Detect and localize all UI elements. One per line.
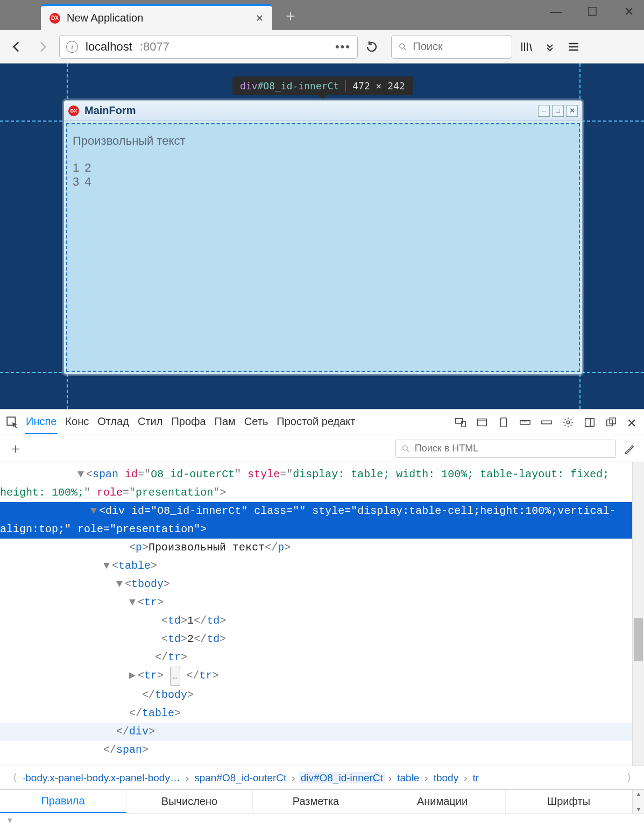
breadcrumb-item[interactable]: div#O8_id-innerCt xyxy=(299,772,385,783)
dom-node[interactable]: ▼<div id="O8_id-innerCt" class="" style=… xyxy=(0,502,632,539)
reload-button[interactable] xyxy=(365,40,384,53)
subpanel-tab[interactable]: Правила xyxy=(0,790,126,813)
breadcrumb-prev-icon[interactable]: 〈 xyxy=(4,772,20,784)
breadcrumb-item[interactable]: span#O8_id-outerCt xyxy=(192,772,288,783)
devtools-close-icon[interactable]: ✕ xyxy=(627,416,639,428)
window-maximize-icon[interactable]: ☐ xyxy=(586,5,599,18)
url-bar[interactable]: i localhost:8077 ••• xyxy=(59,35,358,59)
browser-tab[interactable]: DX New Application ✕ xyxy=(41,4,272,30)
breadcrumb-sep: › xyxy=(288,772,298,783)
table-cell: 4 xyxy=(84,175,91,189)
dom-node[interactable]: ▼<tbody> xyxy=(0,575,632,593)
breadcrumb-item[interactable]: ·body.x-panel-body.x-panel-body… xyxy=(20,772,182,783)
svg-rect-7 xyxy=(542,421,551,424)
menu-icon[interactable] xyxy=(567,40,583,53)
dom-tree[interactable]: ▼<span id="O8_id-outerCt" style="display… xyxy=(0,462,632,766)
dom-node[interactable]: </tbody> xyxy=(0,686,632,704)
breadcrumb-sep: › xyxy=(385,772,395,783)
scrollbar-thumb[interactable] xyxy=(634,618,643,661)
dom-node[interactable]: </tr> xyxy=(0,648,632,667)
dom-node[interactable]: ▼<tr> xyxy=(0,593,632,612)
breadcrumb-item[interactable]: tbody xyxy=(431,772,461,783)
subpanel-scroll[interactable]: ▴▾ xyxy=(632,790,644,813)
site-info-icon[interactable]: i xyxy=(66,41,78,53)
filter-icon[interactable]: ▾ xyxy=(8,815,12,826)
svg-rect-6 xyxy=(520,420,530,424)
svg-point-0 xyxy=(400,44,405,48)
new-tab-button[interactable]: ＋ xyxy=(283,5,298,26)
devtools-tab[interactable]: Инспе xyxy=(25,410,58,434)
dom-node[interactable]: <td>1</td> xyxy=(0,612,632,630)
subpanel-tab[interactable]: Шрифты xyxy=(506,790,632,813)
popout-icon[interactable] xyxy=(605,416,617,428)
window-minimize-icon[interactable]: — xyxy=(549,5,562,18)
devtools-tab[interactable]: Сеть xyxy=(243,410,269,434)
mainform-title: MainForm xyxy=(84,104,533,117)
table-cell: 1 xyxy=(73,161,79,175)
window-close-icon[interactable]: ✕ xyxy=(622,5,635,18)
iframe-select-icon[interactable] xyxy=(476,416,488,428)
settings-icon[interactable] xyxy=(562,416,574,428)
mainform-minimize-icon[interactable]: – xyxy=(538,105,550,117)
rules-filter-row: ▾ xyxy=(0,813,644,827)
page-actions-icon[interactable]: ••• xyxy=(335,40,351,54)
dom-node[interactable]: <td>2</td> xyxy=(0,630,632,648)
table-row: 3 4 xyxy=(73,175,574,189)
search-input[interactable] xyxy=(413,40,505,53)
dom-node[interactable]: </span> xyxy=(0,741,632,759)
devtools-tabs: ИнспеКонсОтладСтилПрофаПамСетьПростой ре… xyxy=(0,409,644,435)
mainform-header[interactable]: DX MainForm – □ ✕ xyxy=(64,101,582,121)
dom-node[interactable]: ▼<span id="O8_id-outerCt" style="display… xyxy=(0,465,632,502)
screenshot-icon[interactable] xyxy=(498,416,509,428)
dom-node[interactable]: ▼<table> xyxy=(0,557,632,575)
devtools-tab[interactable]: Простой редакт xyxy=(275,410,356,434)
svg-rect-4 xyxy=(478,419,487,426)
breadcrumb-next-icon[interactable]: 〉 xyxy=(624,772,640,784)
tooltip-tag: div xyxy=(240,80,258,91)
mainform-maximize-icon[interactable]: □ xyxy=(552,105,564,117)
titlebar: DX New Application ✕ ＋ — ☐ ✕ xyxy=(0,0,644,30)
mainform-close-icon[interactable]: ✕ xyxy=(566,105,578,117)
tab-title: New Application xyxy=(67,12,249,24)
library-icon[interactable] xyxy=(520,40,536,53)
ruler-icon[interactable] xyxy=(519,416,531,428)
subpanel-tab[interactable]: Разметка xyxy=(253,790,379,813)
url-host: localhost xyxy=(86,40,132,54)
table-cell: 3 xyxy=(73,175,79,189)
eyedropper-icon[interactable] xyxy=(624,443,635,455)
breadcrumb-item[interactable]: tr xyxy=(470,772,481,783)
dock-side-icon[interactable] xyxy=(584,416,596,428)
breadcrumb-sep: › xyxy=(461,772,470,783)
dom-node[interactable]: </div> xyxy=(0,723,632,741)
tab-close-icon[interactable]: ✕ xyxy=(256,12,264,24)
devtools-tab[interactable]: Стил xyxy=(137,410,164,434)
html-search-input[interactable] xyxy=(415,443,610,454)
table-row: 1 2 xyxy=(73,161,574,175)
forward-button[interactable] xyxy=(33,38,52,56)
page-viewport: div#O8_id-innerCt 472 × 242 DX MainForm … xyxy=(0,63,644,409)
element-picker-icon[interactable] xyxy=(5,415,19,429)
subpanel-tab[interactable]: Вычислено xyxy=(126,790,253,813)
breadcrumb-item[interactable]: table xyxy=(395,772,421,783)
devtools-tab[interactable]: Пам xyxy=(214,410,237,434)
window-controls: — ☐ ✕ xyxy=(549,5,635,18)
breadcrumb-sep: › xyxy=(421,772,431,783)
back-button[interactable] xyxy=(8,38,26,56)
dom-node[interactable]: </table> xyxy=(0,704,632,723)
mainform-body: Произвольный текст 1 2 3 4 xyxy=(66,123,580,372)
add-element-button[interactable]: ＋ xyxy=(9,439,23,458)
devtools-tab[interactable]: Отлад xyxy=(96,410,130,434)
dom-node[interactable]: <p>Произвольный текст</p> xyxy=(0,539,632,557)
dom-node[interactable]: ▶<tr> … </tr> xyxy=(0,667,632,686)
responsive-mode-icon[interactable] xyxy=(455,416,466,428)
subpanel-tab[interactable]: Анимации xyxy=(379,790,506,813)
inspect-tooltip: div#O8_id-innerCt 472 × 242 xyxy=(232,76,413,95)
overflow-icon[interactable] xyxy=(543,40,560,53)
measure-icon[interactable] xyxy=(541,416,553,428)
dom-scrollbar[interactable] xyxy=(632,462,644,766)
devtools-panel: ИнспеКонсОтладСтилПрофаПамСетьПростой ре… xyxy=(0,409,644,827)
devtools-tab[interactable]: Конс xyxy=(64,410,90,434)
devtools-tab[interactable]: Профа xyxy=(170,410,207,434)
html-search[interactable] xyxy=(395,440,616,458)
search-bar[interactable] xyxy=(391,35,512,59)
